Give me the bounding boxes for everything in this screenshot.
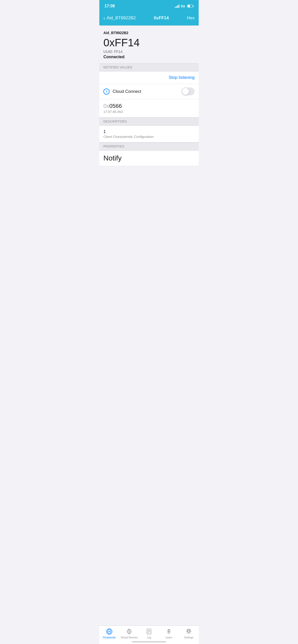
- nav-title: 0xFF14: [154, 16, 169, 21]
- descriptor-row: 1 Client Characteristic Configuration: [99, 126, 199, 142]
- nav-bar: ‹ Aid_BT8922B2 0xFF14 Hex: [99, 11, 199, 25]
- section-descriptors: DESCRIPTORS: [99, 118, 199, 126]
- value-timestamp: 17:07:45.453: [103, 110, 195, 114]
- network-label: 5G: [181, 4, 185, 8]
- status-bar: 17:08 5G: [99, 0, 199, 11]
- signal-icon: [175, 4, 179, 8]
- descriptors-card: 1 Client Characteristic Configuration: [99, 126, 199, 142]
- section-notified-values: NOTIFIED VALUES: [99, 63, 199, 71]
- device-name: Aid_BT8922B2: [103, 31, 195, 35]
- tab-bar-spacer: [99, 222, 199, 243]
- value-row: 0x0566 17:07:45.453: [99, 99, 199, 118]
- section-properties: PROPERTIES: [99, 142, 199, 151]
- status-time: 17:08: [104, 4, 115, 8]
- empty-space: [99, 166, 199, 222]
- notified-values-card: Stop listening i Cloud Connect 0x0566 17…: [99, 71, 199, 118]
- status-icons: 5G: [175, 4, 194, 8]
- device-characteristic: 0xFF14: [103, 37, 195, 49]
- cloud-connect-label: Cloud Connect: [113, 89, 182, 94]
- value-prefix: 0x: [103, 103, 109, 109]
- toggle-thumb: [182, 88, 189, 95]
- descriptor-label: Client Characteristic Configuration: [103, 135, 195, 139]
- nav-action[interactable]: Hex: [187, 16, 195, 21]
- stop-listening-row: Stop listening: [99, 71, 199, 84]
- descriptor-number: 1: [103, 129, 195, 134]
- nav-back-label: Aid_BT8922B2: [107, 16, 136, 21]
- property-row: Notify: [99, 151, 199, 166]
- toggle-track: [182, 87, 195, 95]
- cloud-connect-toggle[interactable]: [182, 87, 195, 95]
- value-hex: 0x0566: [103, 103, 195, 109]
- nav-back[interactable]: ‹ Aid_BT8922B2: [103, 15, 136, 21]
- stop-listening-button[interactable]: Stop listening: [169, 75, 195, 80]
- back-chevron-icon: ‹: [103, 15, 105, 21]
- main-content: Aid_BT8922B2 0xFF14 UUID: FF14 Connected…: [99, 26, 199, 243]
- battery-icon: [187, 5, 194, 8]
- device-header: Aid_BT8922B2 0xFF14 UUID: FF14 Connected: [99, 26, 199, 63]
- device-status: Connected: [103, 55, 195, 59]
- device-uuid: UUID: FF14: [103, 50, 195, 54]
- value-hex-digits: 0566: [109, 103, 122, 109]
- property-value: Notify: [103, 154, 195, 162]
- cloud-connect-row: i Cloud Connect: [99, 84, 199, 99]
- info-icon[interactable]: i: [103, 89, 110, 95]
- properties-card: Notify: [99, 151, 199, 166]
